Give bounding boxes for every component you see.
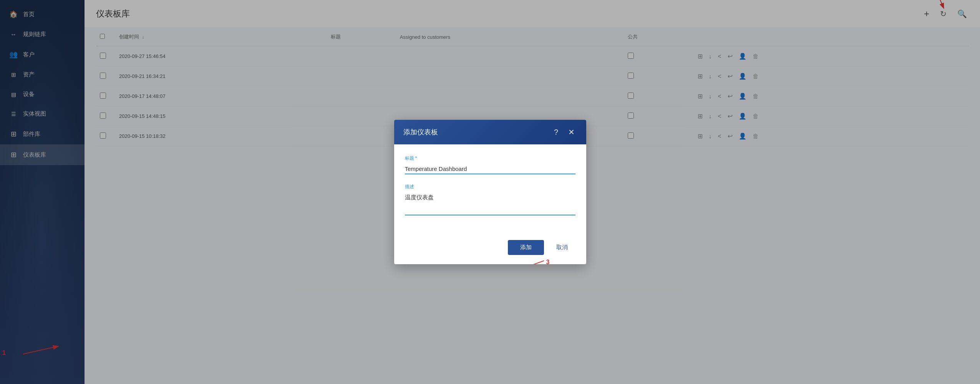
desc-field-group: 描述 温度仪表盘 [405, 184, 575, 217]
modal-close-button[interactable]: ✕ [566, 127, 577, 137]
modal-title: 添加仪表板 [403, 127, 438, 137]
desc-field-label: 描述 [405, 184, 575, 190]
dashboard-title-input[interactable] [405, 164, 575, 174]
add-dashboard-modal: 添加仪表板 ? ✕ 标题 * 描述 温度仪表盘 [394, 120, 586, 264]
modal-overlay: 添加仪表板 ? ✕ 标题 * 描述 温度仪表盘 [0, 0, 980, 384]
main-content: 仪表板库 2 + ↻ 🔍 [85, 0, 980, 384]
modal-body: 标题 * 描述 温度仪表盘 [394, 144, 586, 234]
dashboard-desc-input[interactable]: 温度仪表盘 [405, 192, 575, 215]
modal-add-button[interactable]: 添加 [508, 240, 544, 255]
title-field-group: 标题 * [405, 155, 575, 174]
modal-footer: 3 添加 取消 [394, 234, 586, 264]
svg-line-2 [517, 261, 544, 264]
modal-header: 添加仪表板 ? ✕ [394, 120, 586, 144]
title-field-label: 标题 * [405, 155, 575, 162]
modal-help-button[interactable]: ? [551, 127, 562, 137]
modal-header-actions: ? ✕ [551, 127, 577, 137]
modal-cancel-button[interactable]: 取消 [549, 240, 575, 255]
annotation-3: 3 [546, 259, 550, 264]
